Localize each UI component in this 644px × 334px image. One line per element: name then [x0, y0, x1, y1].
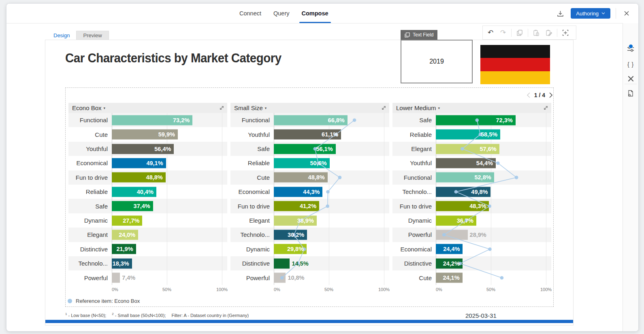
chart-lower-medium[interactable]: Lower Medium ▾ Safe72,3%Reliable58,5%Ele…	[392, 103, 551, 292]
chart-header[interactable]: Econo Box ▾	[68, 103, 227, 113]
bottom-accent-bar	[45, 320, 573, 323]
chart-rows: Safe72,3%Reliable58,5%Elegant57,6%Youthf…	[392, 113, 551, 285]
category-label: Powerful	[392, 228, 436, 242]
chart-row: Economical49,1%	[68, 156, 227, 170]
text-field-input[interactable]: 2019	[401, 40, 473, 83]
notification-badge	[629, 44, 633, 49]
chart-row: Distinctive21,9%	[68, 242, 227, 256]
edit-toolbar: ↶ ↷	[482, 26, 576, 40]
tab-preview-label: Preview	[83, 32, 102, 38]
tab-compose-label: Compose	[302, 10, 328, 17]
download-icon[interactable]	[555, 8, 565, 19]
value-label: 48,8%	[308, 174, 325, 181]
script-icon[interactable]: { }	[623, 58, 638, 70]
value-label: 54,4%	[476, 160, 493, 166]
flag-stripe-red	[480, 58, 550, 71]
chevron-down-icon: ▾	[265, 106, 267, 110]
text-field-widget-tab[interactable]: Text Field	[401, 30, 437, 40]
chart-header[interactable]: Lower Medium ▾	[392, 103, 551, 113]
copy-icon[interactable]	[515, 28, 524, 37]
value-label: 29,8%	[287, 246, 304, 252]
value-label: 24,0%	[119, 232, 135, 238]
category-label: Economical	[392, 242, 436, 256]
paste-style-icon[interactable]	[544, 28, 553, 37]
chart-row: Powerful7,4%	[68, 270, 227, 285]
right-rail: { }	[623, 23, 638, 331]
value-label: 28,9%	[470, 232, 486, 238]
data-settings-icon[interactable]	[623, 43, 638, 55]
value-label: 36,7%	[457, 217, 473, 224]
file-icon[interactable]	[623, 87, 638, 99]
tab-preview[interactable]: Preview	[76, 31, 109, 40]
canvas-tab-strip: Design Preview	[47, 31, 109, 40]
chevron-down-icon	[601, 12, 605, 15]
value-label: 59,9%	[158, 131, 175, 138]
divider	[616, 8, 616, 19]
chart-rows: Functional66,8%Youthful61,1%Safe56,1%Rel…	[230, 113, 389, 285]
footnote-filter: Filter: A - Dataset country in (Germany)	[171, 313, 249, 318]
chart-small-size[interactable]: Small Size ▾ Functional66,8%Youthful61,1…	[230, 103, 389, 292]
value-label: 48,8%	[146, 174, 163, 181]
app-window: Connect Query Compose Authoring	[6, 3, 639, 332]
text-field-value: 2019	[429, 58, 444, 65]
category-label: Elegant	[392, 142, 436, 156]
germany-flag-image[interactable]	[480, 45, 550, 84]
rail-divider	[625, 84, 637, 84]
category-label: Safe	[230, 142, 274, 156]
axis-tick-label: 50%	[162, 287, 171, 292]
expand-icon[interactable]	[543, 105, 548, 111]
overlapping-squares-icon	[405, 32, 410, 38]
close-icon[interactable]	[621, 8, 632, 19]
chevron-down-icon: ▾	[438, 106, 440, 110]
undo-icon[interactable]: ↶	[486, 28, 495, 37]
category-label: Functional	[68, 113, 112, 127]
category-label: Dynamic	[392, 213, 436, 228]
value-label: 24,2%	[443, 260, 460, 267]
tab-connect[interactable]: Connect	[239, 4, 261, 23]
category-label: Cute	[68, 127, 112, 141]
divider	[511, 29, 512, 37]
axis-tick-label: 50%	[324, 287, 333, 292]
category-label: Elegant	[68, 228, 112, 242]
tab-query[interactable]: Query	[273, 4, 290, 23]
chart-row: Dynamic27,7%	[68, 213, 227, 228]
active-tab-underline	[299, 22, 331, 23]
tab-design[interactable]: Design	[47, 31, 76, 40]
tab-query-label: Query	[273, 10, 290, 17]
category-label: Powerful	[68, 270, 112, 285]
category-label: Fun to drive	[230, 199, 274, 213]
report-date[interactable]: 2025-03-31	[465, 312, 497, 319]
category-label: Distinctive	[68, 242, 112, 256]
category-label: Distinctive	[230, 256, 274, 270]
snap-grid-icon[interactable]	[561, 28, 570, 37]
text-field-widget-label: Text Field	[413, 32, 433, 38]
value-label: 24,1%	[443, 274, 459, 281]
chart-title-label: Econo Box	[72, 104, 102, 111]
authoring-label: Authoring	[576, 11, 599, 17]
value-label: 37,4%	[134, 203, 150, 209]
axis-tick-label: 0%	[436, 287, 442, 292]
expand-icon[interactable]	[219, 105, 224, 111]
category-label: Economical	[68, 156, 112, 170]
chart-row: Cute59,9%	[68, 127, 227, 141]
footnote-note-2: - Small base (50≤N<100);	[114, 313, 166, 318]
paste-icon[interactable]	[532, 28, 541, 37]
chart-econo-box[interactable]: Econo Box ▾ Functional73,2%Cute59,9%Yout…	[68, 103, 227, 292]
tab-compose[interactable]: Compose	[302, 4, 328, 23]
authoring-button[interactable]: Authoring	[571, 8, 610, 19]
value-label: 10,8%	[288, 274, 304, 281]
topbar: Connect Query Compose Authoring	[6, 4, 638, 23]
value-label: 14,5%	[292, 260, 308, 267]
flag-stripe-black	[480, 45, 550, 58]
value-label: 58,5%	[481, 131, 497, 138]
design-tools-icon[interactable]	[623, 72, 638, 85]
expand-icon[interactable]	[381, 105, 386, 111]
chart-header[interactable]: Small Size ▾	[230, 103, 389, 113]
category-label: Reliable	[230, 156, 274, 170]
value-label: 56,4%	[154, 146, 171, 152]
page-title[interactable]: Car Characteristics by Market Category	[65, 51, 281, 66]
redo-icon[interactable]: ↷	[499, 28, 508, 37]
bar[interactable]	[112, 273, 120, 283]
category-label: Fun to drive	[68, 170, 112, 185]
reference-legend: Reference item: Econo Box	[68, 298, 140, 304]
